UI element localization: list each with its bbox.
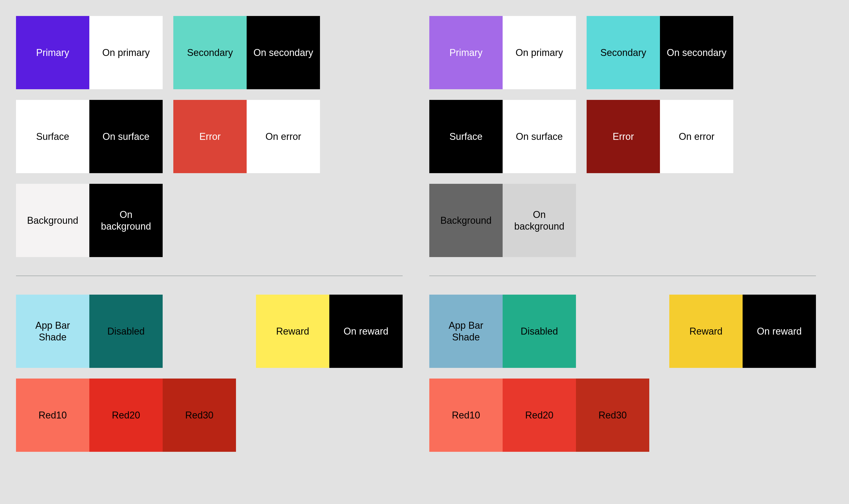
swatch-error: Error [587,100,660,173]
row-surface-error: Surface On surface Error On error [429,100,816,173]
swatch-on-primary: On primary [89,16,163,89]
swatch-on-secondary: On secondary [660,16,733,89]
swatch-red30: Red30 [576,379,649,452]
row-appbar-reward: App Bar Shade Disabled Reward On reward [16,294,403,368]
swatch-on-reward: On reward [329,294,403,368]
swatch-on-background: On background [503,184,576,257]
swatch-app-bar-shade: App Bar Shade [429,294,503,368]
swatch-on-reward: On reward [743,294,816,368]
swatch-on-surface: On surface [89,100,163,173]
pair-primary: Primary On primary [16,16,163,89]
pair-secondary: Secondary On secondary [173,16,320,89]
pair-primary: Primary On primary [429,16,576,89]
palette-comparison: Primary On primary Secondary On secondar… [16,16,833,452]
filler-gap [173,294,245,368]
swatch-reward: Reward [256,294,329,368]
row-primary-secondary: Primary On primary Secondary On secondar… [16,16,403,89]
swatch-red10: Red10 [16,379,89,452]
pair-appbar-disabled: App Bar Shade Disabled [16,294,163,368]
swatch-on-primary: On primary [503,16,576,89]
swatch-error: Error [173,100,247,173]
triple-reds: Red10 Red20 Red30 [16,379,236,452]
pair-surface: Surface On surface [16,100,163,173]
swatch-reward: Reward [669,294,743,368]
triple-reds: Red10 Red20 Red30 [429,379,649,452]
swatch-red10: Red10 [429,379,503,452]
swatch-red20: Red20 [503,379,576,452]
swatch-primary: Primary [16,16,89,89]
palette-left: Primary On primary Secondary On secondar… [16,16,403,452]
row-primary-secondary: Primary On primary Secondary On secondar… [429,16,816,89]
pair-error: Error On error [173,100,320,173]
filler-gap [587,294,659,368]
swatch-disabled: Disabled [503,294,576,368]
swatch-background: Background [16,184,89,257]
swatch-on-error: On error [247,100,320,173]
swatch-secondary: Secondary [173,16,247,89]
divider [16,276,403,276]
row-background: Background On background [16,184,403,257]
pair-reward: Reward On reward [669,294,816,368]
divider [429,276,816,276]
swatch-disabled: Disabled [89,294,163,368]
palette-right: Primary On primary Secondary On secondar… [429,16,816,452]
swatch-surface: Surface [429,100,503,173]
swatch-on-error: On error [660,100,733,173]
pair-background: Background On background [429,184,576,257]
swatch-app-bar-shade: App Bar Shade [16,294,89,368]
pair-surface: Surface On surface [429,100,576,173]
swatch-on-surface: On surface [503,100,576,173]
swatch-primary: Primary [429,16,503,89]
pair-background: Background On background [16,184,163,257]
pair-appbar-disabled: App Bar Shade Disabled [429,294,576,368]
swatch-on-background: On background [89,184,163,257]
swatch-on-secondary: On secondary [247,16,320,89]
pair-secondary: Secondary On secondary [587,16,733,89]
swatch-background: Background [429,184,503,257]
row-background: Background On background [429,184,816,257]
row-reds: Red10 Red20 Red30 [16,379,403,452]
swatch-surface: Surface [16,100,89,173]
row-surface-error: Surface On surface Error On error [16,100,403,173]
row-appbar-reward: App Bar Shade Disabled Reward On reward [429,294,816,368]
swatch-red30: Red30 [163,379,236,452]
pair-reward: Reward On reward [256,294,403,368]
pair-error: Error On error [587,100,733,173]
swatch-red20: Red20 [89,379,163,452]
swatch-secondary: Secondary [587,16,660,89]
row-reds: Red10 Red20 Red30 [429,379,816,452]
